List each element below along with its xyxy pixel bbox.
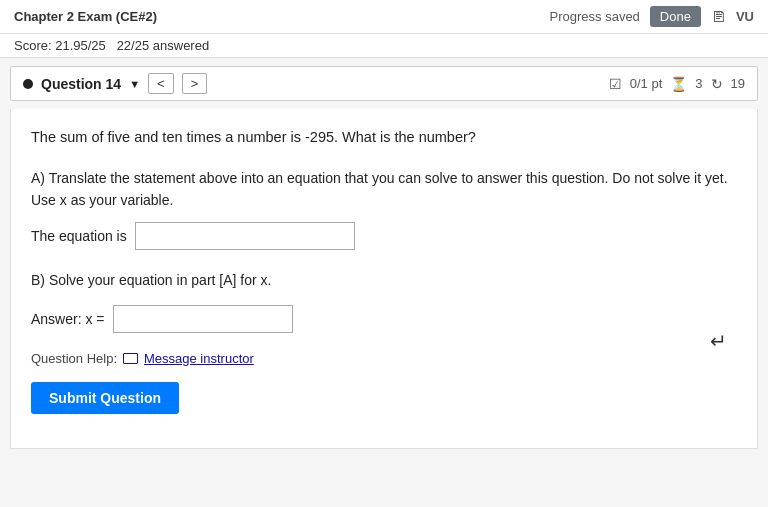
answered-display: 22/25 answered bbox=[117, 38, 210, 53]
score-bar: Score: 21.95/25 22/25 answered bbox=[0, 34, 768, 58]
cursor-arrow: ↵ bbox=[710, 329, 727, 353]
help-row: Question Help: Message instructor bbox=[31, 351, 737, 366]
part-b-label: B) Solve your equation in part [A] for x… bbox=[31, 270, 737, 291]
prev-question-button[interactable]: < bbox=[148, 73, 174, 94]
top-bar-right: Progress saved Done 🖹 VU bbox=[550, 6, 754, 27]
progress-saved-label: Progress saved bbox=[550, 9, 640, 24]
mail-icon bbox=[123, 353, 138, 364]
score-display: Score: 21.95/25 bbox=[14, 38, 106, 53]
done-button[interactable]: Done bbox=[650, 6, 701, 27]
cloud-icon: 🖹 bbox=[711, 8, 726, 25]
question-help-label: Question Help: bbox=[31, 351, 117, 366]
checkbox-icon: ☑ bbox=[609, 76, 622, 92]
submit-question-button[interactable]: Submit Question bbox=[31, 382, 179, 414]
dropdown-arrow-icon[interactable]: ▼ bbox=[129, 78, 140, 90]
answer-label: Answer: x = bbox=[31, 311, 105, 327]
question-nav-left: Question 14 ▼ < > bbox=[23, 73, 207, 94]
page-title: Chapter 2 Exam (CE#2) bbox=[14, 9, 157, 24]
equation-label: The equation is bbox=[31, 228, 127, 244]
question-text: The sum of five and ten times a number i… bbox=[31, 127, 737, 149]
reload-icon: ↻ bbox=[711, 76, 723, 92]
clock-icon: ⏳ bbox=[670, 76, 687, 92]
question-nav: Question 14 ▼ < > ☑ 0/1 pt ⏳ 3 ↻ 19 bbox=[10, 66, 758, 101]
retries-display: 3 bbox=[695, 76, 702, 91]
answer-row: Answer: x = bbox=[31, 305, 737, 333]
points-display: 0/1 pt bbox=[630, 76, 663, 91]
message-instructor-link[interactable]: Message instructor bbox=[144, 351, 254, 366]
equation-row: The equation is bbox=[31, 222, 737, 250]
next-question-button[interactable]: > bbox=[182, 73, 208, 94]
question-status-dot bbox=[23, 79, 33, 89]
answer-input[interactable] bbox=[113, 305, 293, 333]
equation-input[interactable] bbox=[135, 222, 355, 250]
part-a-label: A) Translate the statement above into an… bbox=[31, 167, 737, 212]
user-avatar: VU bbox=[736, 9, 754, 24]
top-bar: Chapter 2 Exam (CE#2) Progress saved Don… bbox=[0, 0, 768, 34]
question-nav-right: ☑ 0/1 pt ⏳ 3 ↻ 19 bbox=[609, 76, 745, 92]
question-label: Question 14 bbox=[41, 76, 121, 92]
main-content: The sum of five and ten times a number i… bbox=[10, 109, 758, 449]
submissions-display: 19 bbox=[731, 76, 745, 91]
